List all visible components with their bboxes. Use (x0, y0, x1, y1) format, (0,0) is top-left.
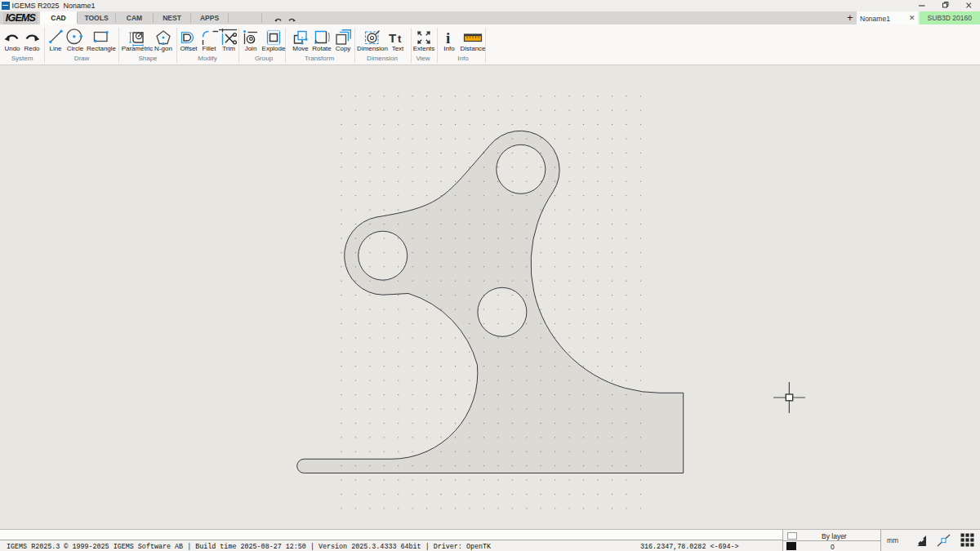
svg-text:T: T (389, 31, 396, 45)
svg-text:t: t (398, 33, 402, 45)
svg-text:i: i (446, 29, 450, 47)
